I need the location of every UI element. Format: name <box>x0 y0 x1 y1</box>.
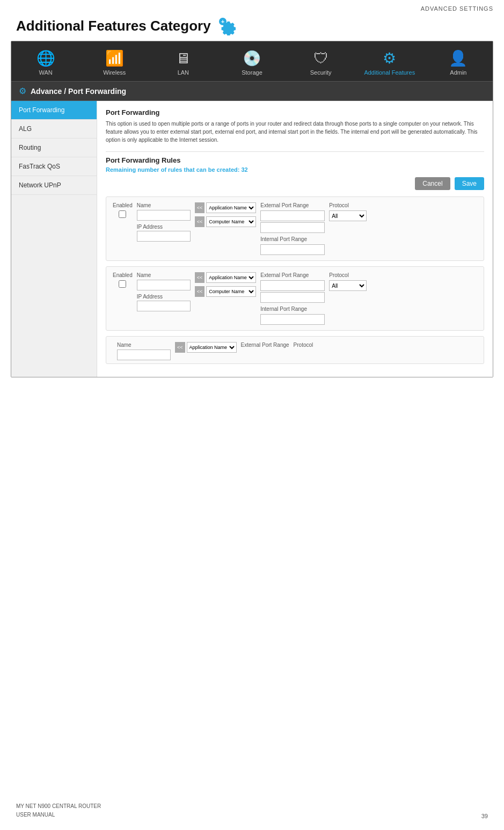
nav-item-storage[interactable]: 💿 Storage <box>217 47 286 81</box>
lan-icon: 🖥 <box>176 51 191 66</box>
footer-left: MY NET N900 CENTRAL ROUTER USER MANUAL <box>16 802 101 819</box>
nav-item-wireless[interactable]: 📶 Wireless <box>80 47 149 81</box>
nav-label-lan: LAN <box>178 69 189 76</box>
sidebar-item-routing[interactable]: Routing <box>11 139 97 157</box>
divider <box>106 151 484 152</box>
port-range-col-1: External Port Range Internal Port Range <box>260 202 325 255</box>
enabled-label-1: Enabled <box>113 202 133 208</box>
admin-icon: 👤 <box>449 51 468 66</box>
footer-line2: USER MANUAL <box>16 811 101 819</box>
protocol-col-1: Protocol All <box>329 202 367 221</box>
nav-item-wan[interactable]: 🌐 WAN <box>11 47 80 81</box>
app-name-col-3: << Application Name <box>175 342 237 353</box>
breadcrumb-text: Advance / Port Forwarding <box>31 87 126 96</box>
enabled-col-1: Enabled <box>113 202 133 218</box>
nav-label-wan: WAN <box>39 69 52 76</box>
nav-label-storage: Storage <box>242 69 262 76</box>
content-area: Port Forwarding ALG Routing FasTrack QoS… <box>11 101 493 377</box>
sidebar-item-network-upnp[interactable]: Network UPnP <box>11 176 97 195</box>
protocol-label-3: Protocol <box>294 342 313 348</box>
nav-item-lan[interactable]: 🖥 LAN <box>149 47 217 81</box>
ext-port-end-2[interactable] <box>260 292 325 303</box>
int-port-block-2: Internal Port Range <box>260 306 325 325</box>
enabled-col-2: Enabled <box>113 272 133 288</box>
cancel-button[interactable]: Cancel <box>415 177 450 190</box>
port-range-col-2: External Port Range Internal Port Range <box>260 272 325 325</box>
port-forwarding-row-1: Enabled Name IP Address <box>106 196 484 261</box>
storage-icon: 💿 <box>243 51 261 66</box>
int-port-start-2[interactable] <box>260 314 325 325</box>
sidebar-item-alg[interactable]: ALG <box>11 120 97 139</box>
app-btn-3[interactable]: << <box>175 342 185 353</box>
enabled-label-2: Enabled <box>113 272 133 278</box>
nav-item-admin[interactable]: 👤 Admin <box>424 47 493 81</box>
name-input-2[interactable] <box>137 280 191 290</box>
save-button[interactable]: Save <box>455 177 484 190</box>
ip-label-2: IP Address <box>137 294 191 300</box>
app-select-3[interactable]: Application Name <box>187 342 237 353</box>
computer-btn-1[interactable]: << <box>195 216 205 227</box>
section-description: This option is used to open multiple por… <box>106 120 484 144</box>
ip-input-2[interactable] <box>137 301 191 311</box>
name-ip-col-3: Name <box>117 342 171 360</box>
name-ip-col-2: Name IP Address <box>137 272 191 311</box>
page-title: Additional Features Category <box>16 18 211 34</box>
app-select-row-3: << Application Name <box>175 342 237 353</box>
port-range-col-3: External Port Range <box>241 342 289 349</box>
name-input-3[interactable] <box>117 350 171 360</box>
sidebar: Port Forwarding ALG Routing FasTrack QoS… <box>11 101 97 377</box>
wan-icon: 🌐 <box>36 51 55 66</box>
protocol-col-2: Protocol All <box>329 272 367 291</box>
computer-select-2[interactable]: Computer Name <box>206 286 256 297</box>
protocol-select-1[interactable]: All <box>329 210 367 221</box>
name-label-3: Name <box>117 342 171 348</box>
sidebar-item-port-forwarding[interactable]: Port Forwarding <box>11 101 97 120</box>
app-select-1[interactable]: Application Name <box>206 202 256 213</box>
navigation-bar: 🌐 WAN 📶 Wireless 🖥 LAN 💿 Storage 🛡 Secur… <box>11 41 493 82</box>
computer-select-row-2: << Computer Name <box>195 286 257 297</box>
svg-text:+: + <box>221 18 224 25</box>
port-forwarding-row-3: Name << Application Name <box>106 336 484 364</box>
computer-select-row-1: << Computer Name <box>195 216 257 227</box>
enabled-checkbox-1[interactable] <box>119 210 126 218</box>
ext-port-start-1[interactable] <box>260 210 325 221</box>
ext-port-end-1[interactable] <box>260 222 325 233</box>
action-buttons: Cancel Save <box>106 177 484 190</box>
int-port-start-1[interactable] <box>260 244 325 255</box>
additional-features-icon: + <box>217 16 237 35</box>
app-select-row-2: << Application Name <box>195 272 257 283</box>
breadcrumb-bar: ⚙ Advance / Port Forwarding <box>11 82 493 101</box>
name-ip-col-1: Name IP Address <box>137 202 191 242</box>
app-select-2[interactable]: Application Name <box>206 272 256 283</box>
wireless-icon: 📶 <box>105 51 124 66</box>
computer-btn-2[interactable]: << <box>195 286 205 297</box>
rules-remaining: Remaining number of rules that can be cr… <box>106 166 484 173</box>
ext-port-block-1: External Port Range <box>260 202 325 233</box>
ext-port-block-2: External Port Range <box>260 272 325 303</box>
ext-port-start-2[interactable] <box>260 280 325 291</box>
int-port-block-1: Internal Port Range <box>260 236 325 255</box>
app-select-row-1: << Application Name <box>195 202 257 213</box>
enabled-checkbox-2[interactable] <box>119 280 126 288</box>
computer-select-1[interactable]: Computer Name <box>206 216 256 227</box>
port-forwarding-row-2: Enabled Name IP Address <box>106 266 484 331</box>
ip-label-1: IP Address <box>137 224 191 230</box>
nav-item-security[interactable]: 🛡 Security <box>287 47 355 81</box>
app-btn-2[interactable]: << <box>195 272 205 283</box>
footer-page-number: 39 <box>481 813 488 819</box>
protocol-select-2[interactable]: All <box>329 280 367 291</box>
name-input-1[interactable] <box>137 210 191 221</box>
sidebar-item-fastrack[interactable]: FasTrack QoS <box>11 157 97 176</box>
protocol-label-1: Protocol <box>329 202 367 208</box>
nav-label-additional: Additional Features <box>364 69 415 76</box>
protocol-label-2: Protocol <box>329 272 367 278</box>
name-label-2: Name <box>137 272 191 278</box>
rules-title: Port Forwarding Rules <box>106 156 484 164</box>
name-label-1: Name <box>137 202 191 208</box>
nav-item-additional[interactable]: ⚙ Additional Features <box>355 47 424 81</box>
app-name-col-2: << Application Name << Computer Name <box>195 272 257 297</box>
app-btn-1[interactable]: << <box>195 202 205 213</box>
protocol-col-3: Protocol <box>294 342 313 349</box>
ip-input-1[interactable] <box>137 231 191 242</box>
ext-port-label-3: External Port Range <box>241 342 289 348</box>
